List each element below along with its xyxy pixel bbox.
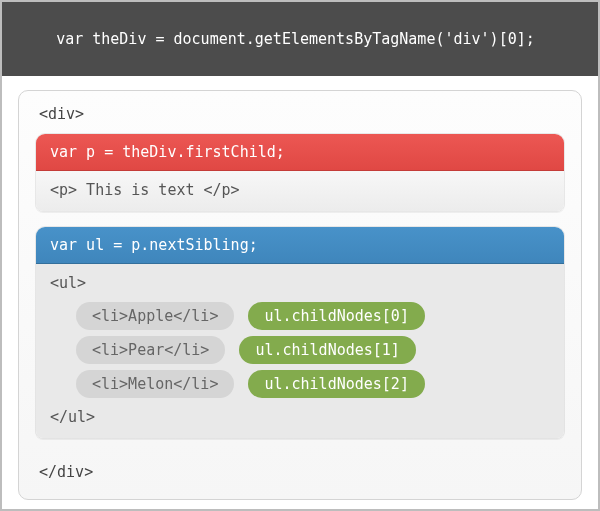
li-rows: <li>Apple</li> ul.childNodes[0] <li>Pear… [50, 292, 550, 408]
ul-open-tag: <ul> [50, 274, 550, 292]
p-block-body: <p> This is text </p> [36, 171, 564, 211]
ref-pill-1: ul.childNodes[1] [239, 336, 416, 364]
li-pill-0: <li>Apple</li> [76, 302, 234, 330]
ref-pill-0: ul.childNodes[0] [248, 302, 425, 330]
content-area: <div> var p = theDiv.firstChild; <p> Thi… [2, 76, 598, 510]
li-row-0: <li>Apple</li> ul.childNodes[0] [76, 302, 550, 330]
li-pill-1: <li>Pear</li> [76, 336, 225, 364]
top-code-text: var theDiv = document.getElementsByTagNa… [56, 30, 535, 48]
ref-pill-2: ul.childNodes[2] [248, 370, 425, 398]
li-row-1: <li>Pear</li> ul.childNodes[1] [76, 336, 550, 364]
div-close-tag: </div> [35, 453, 565, 485]
li-pill-2: <li>Melon</li> [76, 370, 234, 398]
diagram-root: var theDiv = document.getElementsByTagNa… [0, 0, 600, 511]
p-block-body-text: <p> This is text </p> [50, 181, 240, 199]
div-open-tag: <div> [35, 101, 565, 133]
ul-block-body: <ul> <li>Apple</li> ul.childNodes[0] <li… [36, 264, 564, 438]
ul-block-header: var ul = p.nextSibling; [36, 227, 564, 264]
p-block: var p = theDiv.firstChild; <p> This is t… [35, 133, 565, 212]
p-block-header: var p = theDiv.firstChild; [36, 134, 564, 171]
div-panel: <div> var p = theDiv.firstChild; <p> Thi… [18, 90, 582, 500]
ul-block: var ul = p.nextSibling; <ul> <li>Apple</… [35, 226, 565, 439]
li-row-2: <li>Melon</li> ul.childNodes[2] [76, 370, 550, 398]
top-code-bar: var theDiv = document.getElementsByTagNa… [2, 2, 598, 76]
ul-close-tag: </ul> [50, 408, 550, 426]
